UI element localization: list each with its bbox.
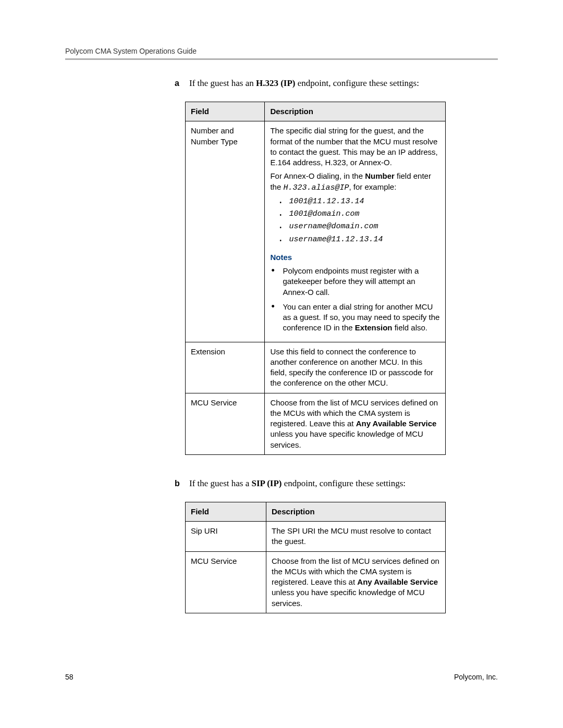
- cell-desc: Choose from the list of MCU services def…: [266, 551, 446, 613]
- header-rule: [65, 58, 498, 60]
- mcu-b-bold: Any Available Service: [357, 577, 438, 586]
- mcu-bold: Any Available Service: [356, 419, 437, 428]
- note2-after: field also.: [393, 323, 428, 332]
- notes-heading: Notes: [270, 252, 440, 263]
- footer: 58 Polycom, Inc.: [65, 673, 498, 681]
- table-b: Field Description Sip URI The SPI URI th…: [185, 502, 446, 613]
- table-row: MCU Service Choose from the list of MCU …: [186, 551, 446, 613]
- table-row: MCU Service Choose from the list of MCU …: [186, 393, 446, 454]
- note2-bold: Extension: [355, 323, 393, 332]
- cell-desc: Choose from the list of MCU services def…: [265, 393, 446, 454]
- table-row: Number and Number Type The specific dial…: [186, 121, 446, 342]
- step-a-bold: H.323 (IP): [256, 78, 296, 88]
- example-list: 1001@11.12.13.14 1001@domain.com usernam…: [270, 196, 440, 245]
- table-b-header-desc: Description: [266, 502, 446, 521]
- example-item: 1001@domain.com: [279, 209, 440, 219]
- step-a-after: endpoint, configure these settings:: [295, 78, 419, 88]
- table-a: Field Description Number and Number Type…: [185, 102, 446, 455]
- table-row: Sip URI The SPI URI the MCU must resolve…: [186, 522, 446, 552]
- cell-field: Number and Number Type: [186, 121, 265, 342]
- p2-after: , for example:: [349, 182, 396, 191]
- step-b-label: b: [175, 479, 189, 488]
- cell-desc: Use this field to connect the conference…: [265, 342, 446, 393]
- cell-field: Sip URI: [186, 522, 266, 552]
- step-a: a If the guest has an H.323 (IP) endpoin…: [175, 78, 498, 89]
- cell-field: Extension: [186, 342, 265, 393]
- step-a-before: If the guest has an: [189, 78, 256, 88]
- step-b-before: If the guest has a: [189, 478, 251, 488]
- footer-company: Polycom, Inc.: [454, 673, 498, 681]
- step-b-bold: SIP (IP): [251, 478, 282, 488]
- desc-p2: For Annex-O dialing, in the Number field…: [270, 171, 440, 193]
- step-b: b If the guest has a SIP (IP) endpoint, …: [175, 478, 498, 489]
- step-a-text: If the guest has an H.323 (IP) endpoint,…: [189, 78, 419, 89]
- table-b-header-row: Field Description: [186, 502, 446, 521]
- page: Polycom CMA System Operations Guide a If…: [0, 0, 563, 728]
- mcu-after: unless you have specific knowledge of MC…: [270, 429, 423, 449]
- table-a-header-row: Field Description: [186, 102, 446, 121]
- desc-p1: The specific dial string for the guest, …: [270, 126, 440, 168]
- page-number: 58: [65, 673, 74, 681]
- step-b-after: endpoint, configure these settings:: [282, 478, 406, 488]
- step-a-label: a: [175, 79, 189, 88]
- p2-bold: Number: [365, 171, 395, 180]
- table-a-header-desc: Description: [265, 102, 446, 121]
- step-b-text: If the guest has a SIP (IP) endpoint, co…: [189, 478, 406, 489]
- table-row: Extension Use this field to connect the …: [186, 342, 446, 393]
- cell-field: MCU Service: [186, 393, 265, 454]
- example-item: 1001@11.12.13.14: [279, 196, 440, 207]
- table-a-header-field: Field: [186, 102, 265, 121]
- example-item: username@domain.com: [279, 221, 440, 232]
- mcu-b-after: unless you have specific knowledge of MC…: [272, 588, 424, 607]
- cell-field: MCU Service: [186, 551, 266, 613]
- notes-list: Polycom endpoints must register with a g…: [270, 266, 440, 334]
- cell-desc: The SPI URI the MCU must resolve to cont…: [266, 522, 446, 552]
- p2-before: For Annex-O dialing, in the: [270, 171, 365, 180]
- note-item: Polycom endpoints must register with a g…: [270, 266, 440, 298]
- cell-desc: The specific dial string for the guest, …: [265, 121, 446, 342]
- note-item: You can enter a dial string for another …: [270, 302, 440, 334]
- content-area: a If the guest has an H.323 (IP) endpoin…: [175, 78, 498, 613]
- table-b-header-field: Field: [186, 502, 266, 521]
- p2-mono: H.323.alias@IP: [283, 183, 349, 192]
- running-header: Polycom CMA System Operations Guide: [65, 47, 498, 55]
- example-item: username@11.12.13.14: [279, 235, 440, 245]
